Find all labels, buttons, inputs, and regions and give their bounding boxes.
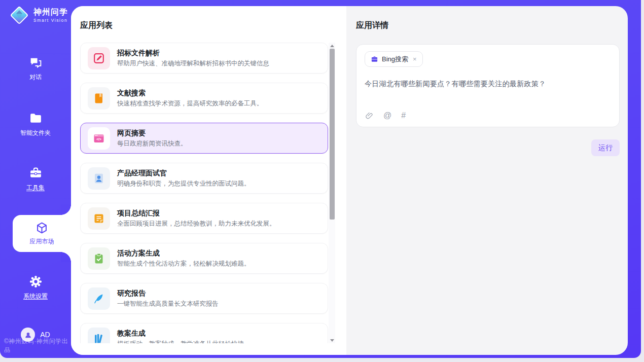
- app-list: 招标文件解析 帮助用户快速、准确地理解和解析招标书中的关键信息 文献搜索 快速精…: [80, 43, 328, 343]
- sidebar-item-label: 应用市场: [30, 237, 54, 246]
- sidebar: 神州问学 Smart Vision 对话 智能文件夹 工具: [0, 0, 71, 358]
- quill-icon: [93, 293, 105, 305]
- app-card[interactable]: 研究报告 一键智能生成高质量长文本研究报告: [80, 283, 328, 314]
- app-card-tile: [88, 207, 110, 230]
- report-note-icon: [93, 212, 105, 225]
- sidebar-item-app-market[interactable]: 应用市场: [13, 215, 71, 252]
- paperclip-icon[interactable]: [365, 112, 374, 120]
- interviewer-icon: [93, 172, 105, 185]
- folder-icon: [29, 112, 43, 125]
- scrollbar-down-arrow[interactable]: [329, 337, 335, 343]
- app-card-title: 研究报告: [117, 288, 219, 298]
- app-card[interactable]: 项目总结汇报 全面回顾项目进展，总结经验教训，助力未来优化发展。: [80, 203, 328, 234]
- gem-diamond-icon: [9, 5, 29, 25]
- app-card-tile: [88, 247, 110, 270]
- app-card-title: 活动方案生成: [117, 248, 251, 258]
- sidebar-item-label: 系统设置: [23, 292, 48, 301]
- app-card-desc: 帮助用户快速、准确地理解和解析招标书中的关键信息: [117, 59, 269, 68]
- app-card-tile: [88, 47, 110, 69]
- clipboard-check-icon: [93, 252, 105, 265]
- app-card[interactable]: 产品经理面试官 明确身份和职责，为您提供专业性的面试问题。: [80, 163, 328, 194]
- app-card[interactable]: </> 网页摘要 每日政府新闻资讯快查。: [80, 123, 328, 154]
- app-card-tile: </>: [88, 127, 110, 150]
- app-list-title: 应用列表: [80, 20, 113, 31]
- app-card-desc: 智能生成个性化活动方案，轻松解决规划难题。: [117, 260, 251, 268]
- browser-code-icon: </>: [93, 132, 105, 144]
- toolbox-icon: [29, 166, 43, 180]
- sidebar-item-label: 工具集: [26, 184, 45, 192]
- sidebar-item-label: 对话: [29, 73, 42, 82]
- hash-icon[interactable]: #: [401, 111, 406, 120]
- tool-tag-bing-search[interactable]: Bing搜索 ×: [365, 51, 423, 67]
- app-card-title: 产品经理面试官: [117, 168, 251, 177]
- chat-icon: [29, 56, 43, 69]
- books-icon: [93, 333, 105, 344]
- sidebar-item-chat[interactable]: 对话: [0, 56, 71, 82]
- app-card-desc: 一键智能生成高质量长文本研究报告: [117, 300, 219, 308]
- app-card[interactable]: 文献搜索 快速精准查找学术资源，提高研究效率的必备工具。: [80, 83, 328, 114]
- app-card-desc: 全面回顾项目进展，总结经验教训，助力未来优化发展。: [117, 220, 276, 228]
- app-card-desc: 每日政府新闻资讯快查。: [117, 139, 187, 148]
- app-card-title: 项目总结汇报: [117, 208, 276, 218]
- pen-square-icon: [93, 52, 105, 64]
- gear-icon: [29, 275, 43, 288]
- app-card-title: 招标文件解析: [117, 48, 269, 57]
- copyright-footer: ©神州数码·神州问学出品: [4, 337, 71, 354]
- app-card[interactable]: 招标文件解析 帮助用户快速、准确地理解和解析招标书中的关键信息: [80, 43, 328, 74]
- app-card-title: 文献搜索: [117, 88, 263, 97]
- sidebar-item-smart-folder[interactable]: 智能文件夹: [0, 112, 71, 137]
- app-card-desc: 模板驱动，教案秒成，教学准备从此轻松快捷: [117, 340, 244, 343]
- app-card-tile: [88, 167, 110, 190]
- triangle-down-icon: [330, 339, 334, 342]
- tool-tag-label: Bing搜索: [382, 55, 408, 64]
- at-icon[interactable]: @: [383, 111, 391, 120]
- app-frame: 神州问学 Smart Vision 对话 智能文件夹 工具: [0, 0, 641, 358]
- close-icon[interactable]: ×: [413, 55, 417, 63]
- sidebar-item-label: 智能文件夹: [20, 129, 51, 137]
- sidebar-item-toolset[interactable]: 工具集: [0, 166, 71, 192]
- scrollbar-thumb[interactable]: [330, 49, 335, 220]
- app-card-desc: 快速精准查找学术资源，提高研究效率的必备工具。: [117, 99, 263, 108]
- app-card[interactable]: 活动方案生成 智能生成个性化活动方案，轻松解决规划难题。: [80, 243, 328, 274]
- scrollbar[interactable]: [329, 43, 335, 343]
- app-card-tile: [88, 328, 110, 344]
- content-shell: 应用列表 招标文件解析 帮助用户快速、准确地理解和解析招标书中的关键信息 文献搜…: [71, 6, 628, 355]
- run-row: 运行: [356, 139, 620, 156]
- book-icon: [93, 92, 105, 104]
- app-card-title: 网页摘要: [117, 128, 187, 137]
- app-list-panel: 应用列表 招标文件解析 帮助用户快速、准确地理解和解析招标书中的关键信息 文献搜…: [71, 6, 346, 355]
- scrollbar-up-arrow[interactable]: [329, 43, 335, 49]
- input-toolbar: @ #: [365, 111, 406, 120]
- app-card-tile: [88, 287, 110, 310]
- cube-icon: [35, 221, 49, 235]
- briefcase-icon: [371, 55, 378, 63]
- triangle-up-icon: [330, 45, 334, 47]
- query-text[interactable]: 今日湖北有哪些新闻要点？有哪些需要关注的最新政策？: [365, 80, 611, 89]
- app-detail-title: 应用详情: [356, 20, 628, 31]
- brand-subtitle: Smart Vision: [33, 18, 68, 23]
- brand-logo: 神州问学 Smart Vision: [9, 5, 68, 25]
- brand-name: 神州问学: [33, 8, 68, 17]
- app-detail-panel: 应用详情 Bing搜索 × 今日湖北有哪些新闻要点？有哪些需要关注的最新政策？: [346, 6, 628, 355]
- app-card-title: 教案生成: [117, 329, 244, 338]
- app-card[interactable]: 教案生成 模板驱动，教案秒成，教学准备从此轻松快捷: [80, 323, 328, 343]
- svg-text:</>: </>: [96, 137, 101, 141]
- run-button[interactable]: 运行: [591, 139, 620, 156]
- app-card-desc: 明确身份和职责，为您提供专业性的面试问题。: [117, 179, 251, 188]
- active-tab-fillet-top: [61, 205, 71, 215]
- active-tab-fillet-bottom: [61, 252, 71, 262]
- app-card-tile: [88, 87, 110, 110]
- prompt-card: Bing搜索 × 今日湖北有哪些新闻要点？有哪些需要关注的最新政策？ @ #: [356, 44, 620, 127]
- sidebar-item-settings[interactable]: 系统设置: [0, 275, 71, 301]
